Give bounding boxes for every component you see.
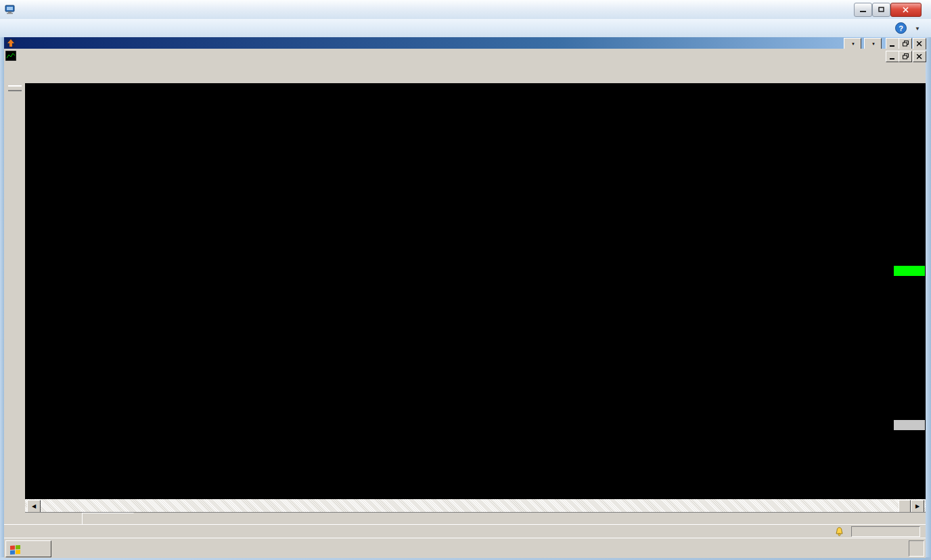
start-button[interactable] bbox=[5, 540, 51, 557]
drawing-toolbar bbox=[4, 83, 26, 524]
chart-window-icon bbox=[5, 51, 16, 61]
doc-restore-button[interactable] bbox=[899, 51, 912, 62]
taskbar bbox=[4, 538, 926, 558]
vpc-menubar: ? ▼ bbox=[0, 19, 931, 38]
chart-window bbox=[25, 83, 926, 499]
vpc-window-icon bbox=[5, 4, 16, 15]
svg-text:?: ? bbox=[899, 24, 903, 32]
indicator-dropdown-button[interactable]: ▼ bbox=[864, 38, 882, 49]
vpc-titlebar bbox=[0, 0, 931, 20]
app-close-button[interactable] bbox=[913, 38, 926, 49]
scroll-left-button[interactable]: ◀ bbox=[27, 500, 41, 513]
horizontal-scrollbar[interactable]: ◀ ▶ bbox=[25, 499, 926, 512]
app-restore-button[interactable] bbox=[899, 38, 912, 49]
last-price-badge bbox=[894, 266, 925, 276]
vpc-close-button[interactable] bbox=[890, 3, 922, 17]
status-datetime bbox=[851, 526, 920, 537]
windows-logo-icon bbox=[9, 544, 22, 555]
help-icon[interactable]: ? bbox=[895, 22, 907, 34]
alert-bell-icon bbox=[834, 527, 844, 536]
scroll-right-button[interactable]: ▶ bbox=[911, 500, 924, 513]
strategy-dropdown-button[interactable]: ▼ bbox=[844, 38, 861, 49]
vpc-maximize-button[interactable] bbox=[872, 3, 890, 17]
system-tray bbox=[909, 540, 924, 557]
status-bar bbox=[4, 524, 926, 538]
doc-close-button[interactable] bbox=[913, 51, 926, 62]
toolbar-grip[interactable] bbox=[8, 85, 22, 91]
rsi-value-badge bbox=[894, 420, 925, 430]
tab-eur[interactable] bbox=[82, 513, 134, 524]
doc-minimize-button[interactable] bbox=[886, 51, 899, 62]
workspace-tab-row bbox=[25, 512, 926, 525]
vpc-minimize-button[interactable] bbox=[854, 3, 872, 17]
window-frame-right bbox=[926, 37, 931, 557]
chart-canvas[interactable] bbox=[25, 83, 926, 499]
tradestation-titlebar: ▼ ▼ bbox=[4, 37, 926, 49]
chevron-down-icon[interactable]: ▼ bbox=[915, 26, 920, 32]
tradestation-app-icon bbox=[6, 39, 16, 47]
app-minimize-button[interactable] bbox=[886, 38, 899, 49]
scrollbar-thumb[interactable] bbox=[899, 500, 911, 513]
menu-bar bbox=[4, 49, 926, 63]
main-toolbar bbox=[4, 62, 926, 84]
